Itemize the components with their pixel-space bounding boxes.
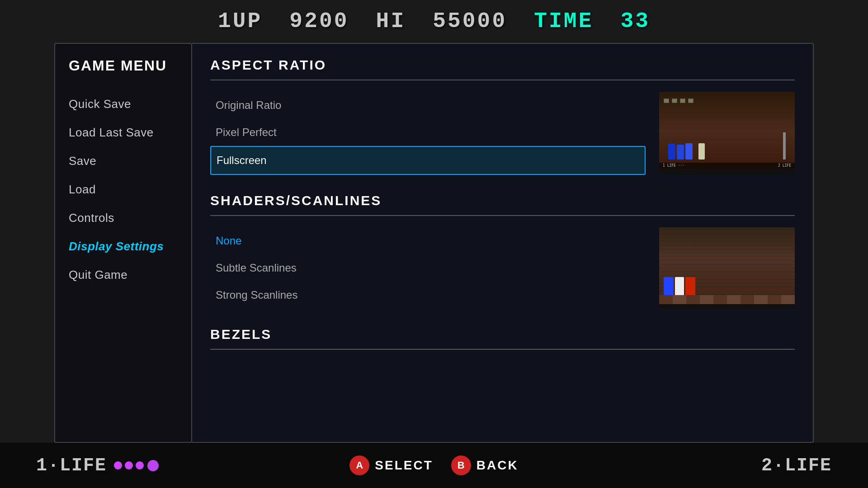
- shaders-divider: [210, 215, 795, 216]
- aspect-ratio-options: Original Ratio Pixel Perfect Fullscreen: [210, 92, 646, 175]
- b-button[interactable]: B: [451, 455, 471, 475]
- bezels-section: BEZELS: [210, 327, 795, 350]
- shaders-title: SHADERS/SCANLINES: [210, 193, 795, 208]
- aspect-ratio-title: ASPECT RATIO: [210, 57, 795, 73]
- option-fullscreen[interactable]: Fullscreen: [210, 146, 646, 175]
- preview-lamp: [783, 132, 786, 160]
- settings-panel[interactable]: ASPECT RATIO Original Ratio Pixel Perfec…: [192, 43, 814, 443]
- back-control: B BACK: [451, 455, 519, 475]
- preview-window: [664, 99, 669, 103]
- menu-item-save[interactable]: Save: [69, 147, 178, 175]
- aspect-ratio-divider: [210, 80, 795, 80]
- aspect-ratio-preview-image: 1UP 9200HI 55000: [659, 92, 795, 169]
- option-subtle-scanlines[interactable]: Subtle Scanlines: [210, 254, 646, 282]
- preview-floor: [659, 295, 795, 304]
- panels-container: GAME MENU Quick Save Load Last Save Save…: [54, 43, 814, 443]
- player1-label: 1UP: [218, 9, 262, 33]
- menu-items-list: Quick Save Load Last Save Save Load Cont…: [69, 90, 178, 289]
- bezels-title: BEZELS: [210, 327, 795, 342]
- shaders-preview: [659, 227, 795, 309]
- menu-item-load[interactable]: Load: [69, 175, 178, 204]
- time-label: TIME: [534, 9, 593, 33]
- preview-fighters: [668, 143, 705, 160]
- a-button[interactable]: A: [349, 455, 369, 475]
- preview-window: [688, 99, 693, 103]
- menu-item-controls[interactable]: Controls: [69, 204, 178, 232]
- fighter-3: [685, 143, 693, 160]
- game-menu-title: GAME MENU: [69, 57, 178, 74]
- aspect-ratio-preview: 1UP 9200HI 55000: [659, 92, 795, 175]
- preview-hud-bottom: 1 LIFE ···2 LIFE: [659, 163, 795, 169]
- shaders-section: SHADERS/SCANLINES None Subtle Scanlines …: [210, 193, 795, 309]
- hi-score: 55000: [433, 9, 507, 33]
- preview-window: [672, 99, 677, 103]
- aspect-ratio-content: Original Ratio Pixel Perfect Fullscreen …: [210, 92, 795, 175]
- back-label: BACK: [476, 458, 519, 473]
- menu-item-quit-game[interactable]: Quit Game: [69, 261, 178, 289]
- aspect-ratio-section: ASPECT RATIO Original Ratio Pixel Perfec…: [210, 57, 795, 175]
- time-value: 33: [620, 9, 650, 33]
- fighter-2: [677, 145, 684, 160]
- select-control: A SELECT: [349, 455, 433, 475]
- shaders-content: None Subtle Scanlines Strong Scanlines: [210, 227, 795, 309]
- shaders-options: None Subtle Scanlines Strong Scanlines: [210, 227, 646, 309]
- shaders-preview-image: [659, 227, 795, 304]
- game-hud-top: 1UP 9200 HI 55000 TIME 33: [0, 0, 868, 42]
- fighter-4: [698, 143, 705, 160]
- hi-label: HI: [376, 9, 406, 33]
- menu-item-load-last-save[interactable]: Load Last Save: [69, 118, 178, 147]
- option-pixel-perfect[interactable]: Pixel Perfect: [210, 119, 646, 146]
- fighter-1: [668, 144, 675, 160]
- bezels-divider: [210, 349, 795, 350]
- bottom-controls: A SELECT B BACK: [0, 443, 868, 488]
- option-strong-scanlines[interactable]: Strong Scanlines: [210, 282, 646, 309]
- option-none[interactable]: None: [210, 227, 646, 254]
- option-original-ratio[interactable]: Original Ratio: [210, 92, 646, 119]
- game-menu-panel: GAME MENU Quick Save Load Last Save Save…: [54, 43, 192, 443]
- preview-window: [680, 99, 685, 103]
- score-value: 9200: [289, 9, 349, 33]
- menu-item-display-settings[interactable]: Display Settings: [69, 232, 178, 261]
- preview-windows-row1: [664, 99, 693, 103]
- menu-item-quick-save[interactable]: Quick Save: [69, 90, 178, 118]
- select-label: SELECT: [375, 458, 433, 473]
- fig-red: [685, 277, 695, 297]
